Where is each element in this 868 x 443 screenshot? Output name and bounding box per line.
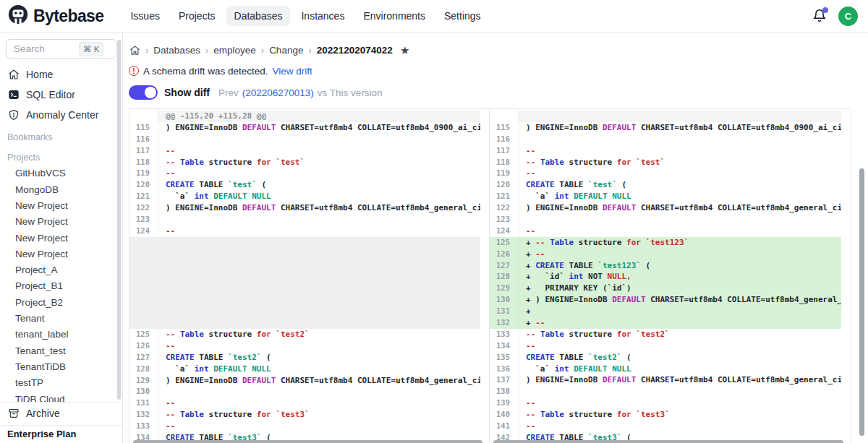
sidebar-scrollbar[interactable] — [117, 40, 121, 400]
sidebar-project-project-b1[interactable]: Project_B1 — [0, 278, 122, 294]
code-line: -- — [158, 168, 480, 179]
sidebar-project-new-project[interactable]: New Project — [0, 231, 122, 246]
line-number — [129, 111, 158, 122]
code-line — [519, 134, 841, 145]
diff-row: 115) ENGINE=InnoDB DEFAULT CHARSET=utf8m… — [490, 122, 850, 134]
search-box[interactable]: ⌘ K — [6, 39, 116, 59]
view-drift-link[interactable]: View drift — [273, 66, 312, 77]
nav-tab-databases[interactable]: Databases — [226, 6, 291, 26]
code-line: ) ENGINE=InnoDB DEFAULT CHARSET=utf8mb4 … — [158, 375, 480, 387]
line-number: 129 — [490, 283, 519, 294]
diff-row: 118-- Table structure for `test` — [129, 157, 489, 168]
line-number: 125 — [129, 329, 158, 340]
sidebar-project-mongodb[interactable]: MongoDB — [0, 182, 122, 198]
diff-horizontal-scrollbar[interactable] — [133, 440, 482, 443]
diff-row: 119-- — [129, 168, 489, 179]
code-line: -- Table structure for `test` — [519, 157, 841, 168]
prev-label: Prev — [218, 87, 239, 98]
diff-row: 139-- — [490, 397, 850, 409]
sidebar-item-sql-editor[interactable]: SQL Editor — [0, 85, 122, 105]
diff-row: 131-- — [129, 397, 489, 409]
code-line: -- — [519, 421, 841, 432]
breadcrumb-separator: › — [145, 45, 148, 56]
page-vertical-scrollbar[interactable] — [859, 168, 864, 436]
breadcrumb-separator: › — [261, 45, 264, 56]
sidebar-item-label: Home — [26, 69, 53, 80]
sidebar-item-archive[interactable]: Archive — [0, 403, 122, 424]
code-line: ) ENGINE=InnoDB DEFAULT CHARSET=utf8mb4 … — [519, 202, 841, 214]
line-number: 131 — [129, 397, 158, 409]
diff-row: 132+ -- — [490, 317, 850, 329]
diff-row: 138 — [490, 386, 850, 397]
code-line: `a` int DEFAULT NULL — [519, 364, 841, 375]
diff-panel: @@ -115,20 +115,28 @@115) ENGINE=InnoDB … — [129, 108, 851, 443]
breadcrumb-home-icon[interactable] — [129, 45, 140, 56]
diff-row: 127CREATE TABLE `test2` ( — [129, 352, 489, 364]
line-number: 128 — [129, 364, 158, 375]
star-icon[interactable]: ★ — [400, 45, 409, 56]
diff-pane-left: @@ -115,20 +115,28 @@115) ENGINE=InnoDB … — [129, 109, 490, 443]
line-number: 130 — [490, 294, 519, 306]
bytebase-logo[interactable]: Bytebase — [0, 4, 103, 28]
sidebar-project-tenant-test[interactable]: Tenant_test — [0, 343, 122, 359]
nav-tab-issues[interactable]: Issues — [122, 6, 167, 26]
sidebar-project-tidb-cloud[interactable]: TiDB Cloud — [0, 392, 122, 403]
plan-label[interactable]: Enterprise Plan — [0, 425, 122, 443]
notification-bell-button[interactable] — [812, 9, 827, 23]
code-line: -- Table structure for `test2` — [519, 329, 841, 340]
line-number: 120 — [490, 179, 519, 191]
prev-version-link[interactable]: (202206270013) — [242, 87, 314, 98]
diff-horizontal-scrollbar[interactable] — [493, 440, 843, 443]
line-number: 122 — [490, 202, 519, 214]
sidebar-project-project-b2[interactable]: Project_B2 — [0, 295, 122, 311]
line-number: 121 — [490, 191, 519, 202]
search-input[interactable] — [12, 43, 76, 55]
diff-hunk-header — [490, 111, 850, 122]
nav-tab-projects[interactable]: Projects — [171, 6, 224, 26]
line-number: 135 — [490, 352, 519, 364]
sidebar-project-tenant[interactable]: Tenant — [0, 311, 122, 327]
line-number: 140 — [490, 409, 519, 421]
sidebar-item-home[interactable]: Home — [0, 64, 122, 85]
diff-row: 141-- — [490, 421, 850, 432]
code-line: + -- — [519, 249, 841, 260]
diff-collapsed-placeholder — [129, 237, 489, 329]
diff-pane-right: 115) ENGINE=InnoDB DEFAULT CHARSET=utf8m… — [490, 109, 850, 443]
sidebar-project-tenant-label[interactable]: tenant_label — [0, 327, 122, 343]
diff-row: 128+ `id` int NOT NULL, — [490, 271, 850, 283]
breadcrumb-item-employee[interactable]: employee — [213, 45, 256, 56]
sidebar-project-project-a[interactable]: Project_A — [0, 262, 122, 278]
code-line: -- — [158, 340, 480, 352]
sidebar-project-new-project[interactable]: New Project — [0, 214, 122, 230]
nav-tab-instances[interactable]: Instances — [293, 6, 352, 26]
sidebar-project-tenanttidb[interactable]: TenantTiDB — [0, 359, 122, 375]
code-line: ) ENGINE=InnoDB DEFAULT CHARSET=utf8mb4 … — [158, 202, 480, 214]
avatar[interactable]: C — [838, 7, 858, 26]
line-number: 117 — [129, 145, 158, 157]
sidebar-project-new-project[interactable]: New Project — [0, 246, 122, 262]
sidebar-item-anomaly-center[interactable]: Anomaly Center — [0, 105, 122, 125]
bytebase-logo-icon — [7, 4, 29, 28]
nav-tab-settings[interactable]: Settings — [436, 6, 489, 26]
line-number: 123 — [129, 214, 158, 225]
breadcrumb-item-change[interactable]: Change — [269, 45, 303, 56]
projects-section-label: Projects — [0, 145, 122, 165]
code-line: -- — [519, 340, 841, 352]
line-number: 136 — [490, 364, 519, 375]
sidebar-project-new-project[interactable]: New Project — [0, 198, 122, 214]
code-line: -- Table structure for `test2` — [158, 329, 480, 340]
breadcrumb-item-databases[interactable]: Databases — [153, 45, 200, 56]
diff-row: 122) ENGINE=InnoDB DEFAULT CHARSET=utf8m… — [129, 202, 489, 214]
bookmarks-section-label: Bookmarks — [0, 125, 122, 145]
diff-hunk-header: @@ -115,20 +115,28 @@ — [129, 111, 489, 122]
nav-tab-environments[interactable]: Environments — [355, 6, 433, 26]
breadcrumb-item-20221202074022[interactable]: 20221202074022 — [317, 45, 393, 56]
sidebar-project-testtp[interactable]: testTP — [0, 375, 122, 391]
code-line: + PRIMARY KEY (`id`) — [519, 283, 841, 294]
diff-row: 133-- Table structure for `test2` — [490, 329, 850, 340]
sidebar-project-githubvcs[interactable]: GitHubVCS — [0, 165, 122, 181]
show-diff-toggle[interactable] — [129, 85, 158, 100]
code-line: -- Table structure for `test3` — [158, 409, 480, 421]
code-line: CREATE TABLE `test` ( — [519, 179, 841, 191]
line-number: 124 — [129, 225, 158, 237]
